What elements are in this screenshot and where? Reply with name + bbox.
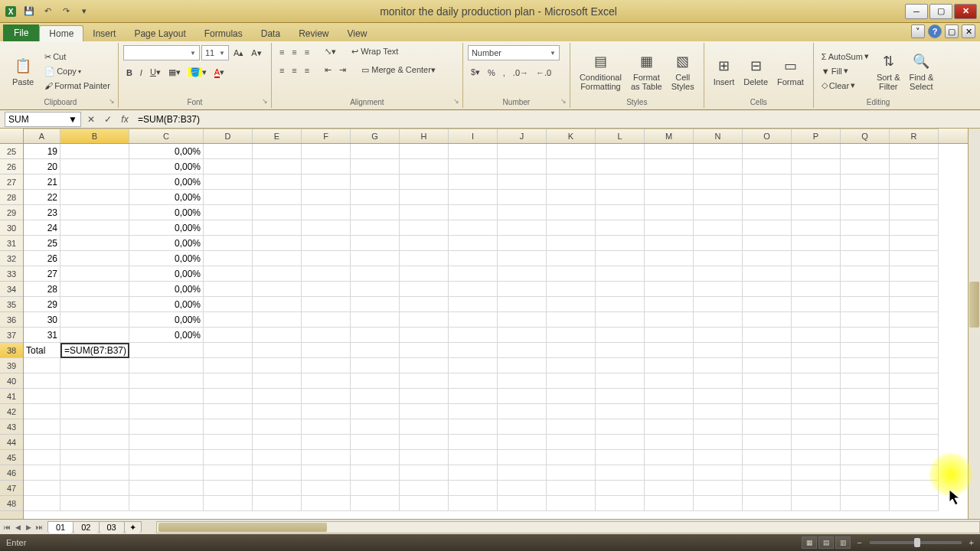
enter-formula-button[interactable]: ✓ — [101, 112, 115, 126]
cell[interactable] — [449, 343, 498, 358]
help-button[interactable]: ? — [928, 24, 942, 38]
cell[interactable] — [890, 144, 939, 159]
col-header-D[interactable]: D — [204, 129, 253, 143]
cell[interactable] — [351, 435, 400, 450]
qat-customize-icon[interactable]: ▾ — [77, 4, 92, 19]
cell[interactable] — [890, 419, 939, 435]
cell[interactable] — [596, 496, 645, 511]
cell[interactable] — [400, 251, 449, 266]
cell[interactable] — [253, 404, 302, 419]
scrollbar-thumb[interactable] — [969, 282, 979, 328]
font-size-combo[interactable]: 11▼ — [201, 45, 229, 60]
decrease-indent-button[interactable]: ⇤ — [322, 64, 335, 77]
row-header-28[interactable]: 28 — [0, 190, 23, 205]
cancel-formula-button[interactable]: ✕ — [84, 112, 98, 126]
align-center-button[interactable]: ≡ — [289, 64, 299, 77]
cell[interactable] — [743, 297, 792, 312]
cell[interactable] — [449, 251, 498, 266]
cell[interactable] — [253, 251, 302, 266]
cell[interactable] — [547, 419, 596, 435]
orientation-button[interactable]: ⤡▾ — [322, 45, 339, 58]
cell[interactable] — [743, 450, 792, 465]
comma-button[interactable]: , — [500, 67, 508, 79]
row-header-37[interactable]: 37 — [0, 328, 23, 343]
cell[interactable] — [449, 465, 498, 481]
zoom-in-button[interactable]: + — [969, 538, 974, 547]
select-all-corner[interactable] — [0, 129, 24, 144]
underline-button[interactable]: U▾ — [147, 66, 164, 79]
row-header-47[interactable]: 47 — [0, 481, 23, 496]
cell[interactable] — [204, 496, 253, 511]
cell[interactable] — [498, 481, 547, 496]
cell[interactable] — [792, 389, 841, 404]
cell[interactable] — [351, 358, 400, 373]
cell[interactable] — [129, 419, 204, 435]
cell[interactable] — [596, 236, 645, 251]
row-header-36[interactable]: 36 — [0, 312, 23, 328]
cell[interactable] — [204, 435, 253, 450]
cell[interactable] — [694, 389, 743, 404]
cell[interactable] — [596, 389, 645, 404]
cell[interactable] — [129, 404, 204, 419]
cell[interactable] — [129, 358, 204, 373]
cell[interactable] — [841, 343, 890, 358]
cell[interactable] — [400, 190, 449, 205]
cell[interactable] — [204, 266, 253, 282]
cell[interactable] — [302, 343, 351, 358]
cell[interactable] — [253, 312, 302, 328]
cell[interactable] — [841, 312, 890, 328]
cell[interactable] — [204, 174, 253, 190]
cell[interactable]: =SUM(B7:B37) — [60, 343, 129, 358]
cell[interactable]: 31 — [24, 328, 60, 343]
cell[interactable] — [351, 404, 400, 419]
cell[interactable] — [792, 496, 841, 511]
cell[interactable] — [694, 419, 743, 435]
new-sheet-button[interactable]: ✦ — [124, 521, 142, 533]
cell[interactable] — [694, 312, 743, 328]
cell[interactable] — [547, 358, 596, 373]
insert-cells-button[interactable]: ⊞Insert — [709, 54, 740, 88]
cell[interactable] — [792, 144, 841, 159]
cell[interactable] — [449, 190, 498, 205]
cell[interactable] — [253, 481, 302, 496]
cell[interactable] — [302, 266, 351, 282]
cell[interactable] — [694, 159, 743, 174]
cell[interactable] — [547, 205, 596, 220]
sheet-tab-03[interactable]: 03 — [99, 521, 125, 533]
cell[interactable] — [60, 481, 129, 496]
cell[interactable] — [253, 419, 302, 435]
col-header-E[interactable]: E — [253, 129, 302, 143]
cell[interactable] — [204, 481, 253, 496]
cell[interactable] — [302, 174, 351, 190]
cell[interactable] — [596, 282, 645, 297]
cell[interactable]: 29 — [24, 297, 60, 312]
cell[interactable]: 23 — [24, 205, 60, 220]
cell[interactable] — [351, 373, 400, 389]
cell[interactable] — [694, 481, 743, 496]
save-icon[interactable]: 💾 — [21, 4, 37, 19]
cell[interactable] — [302, 236, 351, 251]
cell[interactable] — [204, 465, 253, 481]
cell[interactable] — [302, 251, 351, 266]
cell[interactable] — [547, 496, 596, 511]
cell[interactable] — [694, 251, 743, 266]
cell[interactable] — [645, 236, 694, 251]
align-bottom-button[interactable]: ≡ — [302, 46, 312, 58]
cell[interactable] — [60, 174, 129, 190]
row-header-35[interactable]: 35 — [0, 297, 23, 312]
cell[interactable] — [596, 144, 645, 159]
cell[interactable] — [498, 297, 547, 312]
cell[interactable] — [841, 358, 890, 373]
cell[interactable] — [449, 419, 498, 435]
cell[interactable] — [253, 144, 302, 159]
cell[interactable] — [302, 205, 351, 220]
name-box[interactable]: SUM▼ — [5, 112, 81, 127]
col-header-H[interactable]: H — [400, 129, 449, 143]
cell[interactable] — [60, 465, 129, 481]
cell[interactable] — [253, 435, 302, 450]
cell[interactable]: 0,00% — [129, 236, 204, 251]
cell[interactable] — [400, 144, 449, 159]
delete-cells-button[interactable]: ⊟Delete — [739, 54, 773, 88]
cell[interactable] — [792, 419, 841, 435]
cell[interactable] — [60, 251, 129, 266]
